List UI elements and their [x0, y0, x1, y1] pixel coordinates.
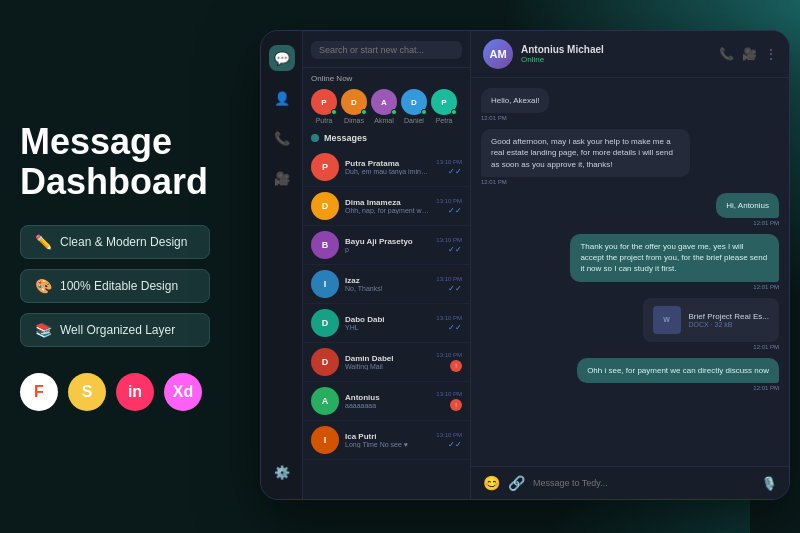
online-person-0: P Putra: [311, 89, 337, 124]
more-options-icon[interactable]: ⋮: [765, 47, 777, 61]
feature-badge-layers: 📚 Well Organized Layer: [20, 313, 210, 347]
chat-item[interactable]: I Ica Putri Long Time No see ♥ 13:10 PM …: [303, 421, 470, 460]
sidebar-phone-icon[interactable]: 📞: [269, 125, 295, 151]
dashboard-mockup: 💬 👤 📞 🎥 ⚙️ Online Now P Putra D: [260, 30, 790, 500]
emoji-icon[interactable]: 😊: [483, 475, 500, 491]
chat-header-info: Antonius Michael Online: [521, 44, 711, 64]
pencil-icon: ✏️: [35, 234, 52, 250]
online-avatar-3: D: [401, 89, 427, 115]
message-input[interactable]: [533, 478, 753, 488]
figma-icon: F: [20, 373, 58, 411]
chat-item[interactable]: A Antonius aaaaaaaa 13:10 PM !: [303, 382, 470, 421]
message-1: Good afternoon, may i ask your help to m…: [481, 129, 779, 185]
sketch-icon: S: [68, 373, 106, 411]
palette-icon: 🎨: [35, 278, 52, 294]
message-3: Thank you for the offer you gave me, yes…: [481, 234, 779, 290]
file-info: Brief Project Real Es... DOCX · 32 kB: [689, 312, 769, 328]
chat-main-area: AM Antonius Michael Online 📞 🎥 ⋮ Hello, …: [471, 31, 789, 499]
file-attachment: W Brief Project Real Es... DOCX · 32 kB: [643, 298, 779, 342]
chat-contact-status: Online: [521, 55, 711, 64]
chat-items-container: P Putra Pratama Duh, em mau tanya iming.…: [303, 148, 470, 460]
mock-sidebar: 💬 👤 📞 🎥 ⚙️: [261, 31, 303, 499]
messages-section-header: Messages: [303, 128, 470, 148]
docx-icon: W: [653, 306, 681, 334]
main-title: Message Dashboard: [20, 122, 210, 201]
online-now-section: Online Now P Putra D Dimas A: [303, 68, 470, 128]
online-person-4: P Petra: [431, 89, 457, 124]
online-now-label: Online Now: [311, 74, 462, 83]
sidebar-contacts-icon[interactable]: 👤: [269, 85, 295, 111]
sidebar-video-icon[interactable]: 🎥: [269, 165, 295, 191]
mic-icon[interactable]: 🎙️: [761, 476, 777, 491]
chat-input-bar: 😊 🔗 🎙️: [471, 466, 789, 499]
online-person-2: A Akmal: [371, 89, 397, 124]
left-panel: Message Dashboard ✏️ Clean & Modern Desi…: [0, 0, 230, 533]
chat-search-bar: [303, 31, 470, 68]
sidebar-chat-icon[interactable]: 💬: [269, 45, 295, 71]
invision-icon: in: [116, 373, 154, 411]
feature-badge-design: ✏️ Clean & Modern Design: [20, 225, 210, 259]
message-0: Hello, Akexal! 12:01 PM: [481, 88, 779, 121]
online-avatar-0: P: [311, 89, 337, 115]
chat-item[interactable]: D Dima Imameza Ohh, nap, for payment we …: [303, 187, 470, 226]
chat-item[interactable]: I Izaz No, Thanks! 13:10 PM ✓✓: [303, 265, 470, 304]
online-avatar-4: P: [431, 89, 457, 115]
attachment-icon[interactable]: 🔗: [508, 475, 525, 491]
chat-messages-area: Hello, Akexal! 12:01 PM Good afternoon, …: [471, 78, 789, 466]
sidebar-settings-icon[interactable]: ⚙️: [269, 459, 295, 485]
tool-icons: F S in Xd: [20, 373, 210, 411]
layers-icon: 📚: [35, 322, 52, 338]
online-person-3: D Daniel: [401, 89, 427, 124]
online-avatars-list: P Putra D Dimas A Akmal: [311, 89, 462, 124]
messages-dot: [311, 134, 319, 142]
search-input[interactable]: [311, 41, 462, 59]
online-person-1: D Dimas: [341, 89, 367, 124]
message-file: W Brief Project Real Es... DOCX · 32 kB …: [481, 298, 779, 350]
video-icon[interactable]: 🎥: [742, 47, 757, 61]
chat-item[interactable]: P Putra Pratama Duh, em mau tanya iming.…: [303, 148, 470, 187]
online-avatar-1: D: [341, 89, 367, 115]
chat-contact-name: Antonius Michael: [521, 44, 711, 55]
chat-item[interactable]: D Damin Dabel Waiting Mail 13:10 PM !: [303, 343, 470, 382]
chat-item[interactable]: B Bayu Aji Prasetyo p 13:10 PM ✓✓: [303, 226, 470, 265]
chat-item[interactable]: D Dabo Dabi YHL 13:10 PM ✓✓: [303, 304, 470, 343]
feature-badge-editable: 🎨 100% Editable Design: [20, 269, 210, 303]
chat-list-panel: Online Now P Putra D Dimas A: [303, 31, 471, 499]
chat-header-actions: 📞 🎥 ⋮: [719, 47, 777, 61]
message-5: Ohh i see, for payment we can directly d…: [481, 358, 779, 391]
message-2: Hi, Antonius 12:01 PM: [481, 193, 779, 226]
online-avatar-2: A: [371, 89, 397, 115]
phone-icon[interactable]: 📞: [719, 47, 734, 61]
chat-header: AM Antonius Michael Online 📞 🎥 ⋮: [471, 31, 789, 78]
chat-header-avatar: AM: [483, 39, 513, 69]
xd-icon: Xd: [164, 373, 202, 411]
messages-list: Messages P Putra Pratama Duh, em mau tan…: [303, 128, 470, 499]
